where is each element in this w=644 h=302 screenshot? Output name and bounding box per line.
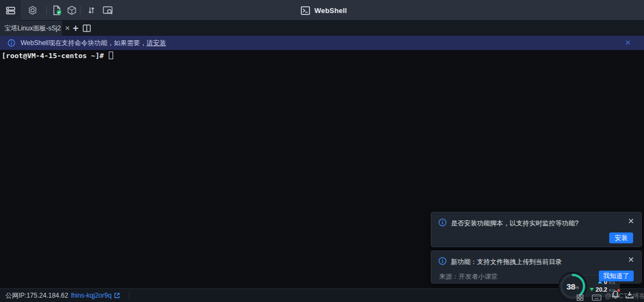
gear-icon xyxy=(28,5,38,15)
new-tab-button[interactable]: + xyxy=(70,21,82,36)
download-arrow-icon xyxy=(590,288,594,291)
terminal-icon xyxy=(301,6,310,15)
notification-dot xyxy=(617,289,620,292)
swap-vertical-button[interactable] xyxy=(83,0,100,21)
toast-source: 来源：开发者小课堂 xyxy=(439,272,498,281)
settings-button[interactable] xyxy=(24,0,41,21)
usage-unit: % xyxy=(575,285,579,290)
webshell-window: WebShell 宝塔Linux面板-sSj2 ✕ + WebShell现在支持… xyxy=(0,0,644,302)
split-pane-icon xyxy=(83,24,91,32)
package-icon xyxy=(67,5,77,15)
terminal-cursor xyxy=(109,52,113,59)
status-bar: 公网IP:175.24.184.62 lhins-kqj2or9q xyxy=(0,288,644,302)
public-ip-label: 公网IP:175.24.184.62 xyxy=(5,291,68,300)
download-button[interactable] xyxy=(626,291,634,301)
tab-label: 宝塔Linux面板-sSj2 xyxy=(4,24,61,33)
tab-bt-panel[interactable]: 宝塔Linux面板-sSj2 ✕ xyxy=(0,21,62,36)
toolbar-divider xyxy=(46,6,47,15)
grid-icon xyxy=(577,294,584,301)
got-it-button[interactable]: 我知道了 xyxy=(599,270,634,281)
grid-button[interactable] xyxy=(577,293,584,302)
toast-close-icon[interactable]: ✕ xyxy=(628,256,634,263)
banner-install-link[interactable]: 请安装 xyxy=(146,39,166,48)
terminal-prompt: [root@VM-4-15-centos ~]# xyxy=(2,52,113,60)
instance-link[interactable]: lhins-kqj2or9q xyxy=(71,292,112,299)
watermark: @51CTO博客 xyxy=(605,292,644,301)
prompt-text: [root@VM-4-15-centos ~]# xyxy=(2,52,108,60)
download-icon xyxy=(626,291,634,299)
keyboard-icon xyxy=(592,294,602,301)
window-title-label: WebShell xyxy=(314,7,347,15)
panels-button[interactable] xyxy=(0,0,21,21)
keyboard-button[interactable] xyxy=(592,293,602,302)
notifications-button[interactable] xyxy=(611,290,620,301)
top-toolbar: WebShell xyxy=(0,0,644,21)
tab-bar: 宝塔Linux面板-sSj2 ✕ + xyxy=(0,21,644,36)
panels-icon xyxy=(6,6,15,15)
window-title: WebShell xyxy=(301,0,347,21)
toast-close-icon[interactable]: ✕ xyxy=(628,217,634,225)
split-pane-button[interactable] xyxy=(83,24,91,34)
info-icon xyxy=(8,39,15,47)
info-icon xyxy=(438,257,447,265)
external-link-icon[interactable] xyxy=(114,292,120,299)
toast-install-script: 是否安装功能脚本，以支持实时监控等功能? ✕ 安装 xyxy=(431,212,642,247)
toast-new-feature: 新功能：支持文件拖拽上传到当前目录 ✕ 来源：开发者小课堂 我知道了 xyxy=(431,250,642,284)
toolbar-divider xyxy=(80,6,81,15)
notice-banner: WebShell现在支持命令块功能，如果需要，请安装 ✕ xyxy=(0,36,644,50)
package-button[interactable] xyxy=(64,0,80,21)
swap-vertical-icon xyxy=(86,5,96,15)
usage-percent: 38 xyxy=(567,282,575,291)
toast-message: 新功能：支持文件拖拽上传到当前目录 xyxy=(451,257,562,267)
install-button[interactable]: 安装 xyxy=(609,232,633,243)
file-check-icon xyxy=(52,5,63,16)
file-check-button[interactable] xyxy=(49,0,65,21)
window-search-icon xyxy=(102,5,113,16)
banner-message: WebShell现在支持命令块功能，如果需要， xyxy=(21,39,146,48)
toast-message: 是否安装功能脚本，以支持实时监控等功能? xyxy=(451,219,579,228)
statusbar-divider xyxy=(129,292,129,299)
window-search-button[interactable] xyxy=(100,0,116,21)
info-icon xyxy=(438,218,447,226)
banner-close-icon[interactable]: ✕ xyxy=(625,39,631,47)
